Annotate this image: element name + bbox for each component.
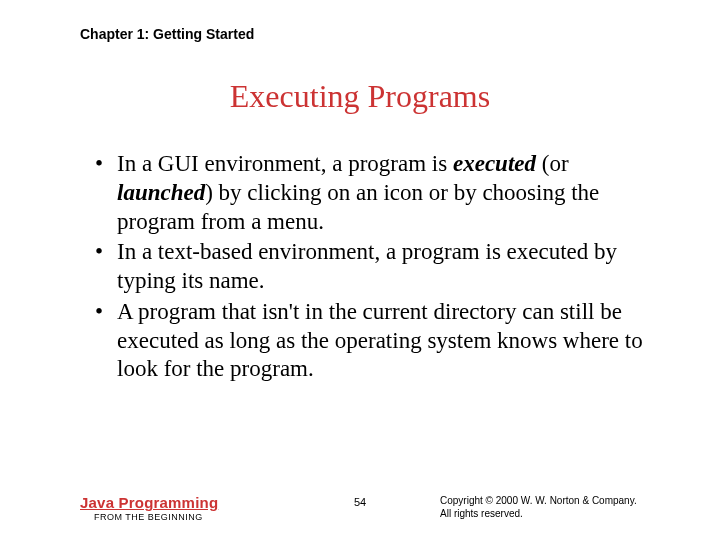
bullet-text: (or [536, 151, 569, 176]
bullet-text: A program that isn't in the current dire… [117, 299, 643, 382]
copyright-line: Copyright © 2000 W. W. Norton & Company. [440, 494, 670, 507]
bullet-text: In a GUI environment, a program is [117, 151, 453, 176]
copyright: Copyright © 2000 W. W. Norton & Company.… [440, 494, 670, 520]
copyright-line: All rights reserved. [440, 507, 670, 520]
list-item: In a GUI environment, a program is execu… [95, 150, 650, 236]
bullet-em: executed [453, 151, 536, 176]
bullet-em: launched [117, 180, 205, 205]
list-item: In a text-based environment, a program i… [95, 238, 650, 296]
chapter-label: Chapter 1: Getting Started [80, 26, 254, 42]
slide-title: Executing Programs [0, 78, 720, 115]
bullet-text: In a text-based environment, a program i… [117, 239, 617, 293]
bullet-list: In a GUI environment, a program is execu… [95, 150, 650, 386]
list-item: A program that isn't in the current dire… [95, 298, 650, 384]
